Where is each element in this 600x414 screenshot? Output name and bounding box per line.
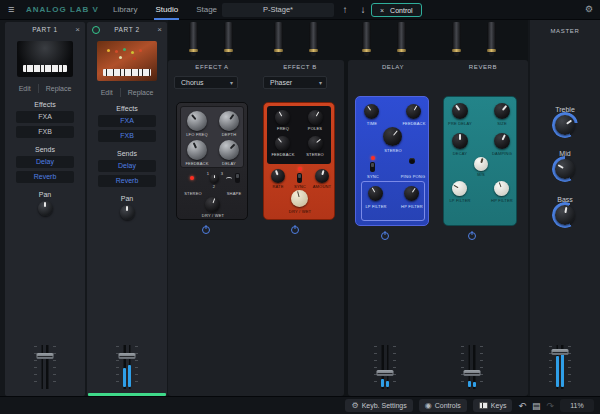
active-part-icon[interactable] (92, 26, 100, 34)
keys-button[interactable]: Keys (473, 399, 513, 412)
delay-lp-filter-knob[interactable] (368, 186, 383, 201)
tab-stage[interactable]: Stage (195, 0, 218, 20)
delay-lp-filter-label: LP FILTER (362, 204, 390, 209)
master-volume-fader[interactable] (548, 344, 572, 390)
fader-handle[interactable] (119, 353, 136, 359)
reverb-hp-filter-knob[interactable] (494, 181, 509, 196)
reverb-damping-knob[interactable] (494, 133, 510, 149)
chorus-depth-knob[interactable] (219, 111, 239, 131)
part-1-edit-link[interactable]: Edit (19, 85, 31, 92)
phaser-dry-wet-knob[interactable] (291, 190, 308, 207)
control-mode-button[interactable]: × Control (371, 3, 422, 17)
analog-lab-window: ≡ ANALOG LAB V Library Studio Stage P-St… (0, 0, 600, 414)
effect-a-power-button[interactable] (202, 226, 210, 234)
part-2-delay-send-button[interactable]: Delay (98, 160, 156, 172)
part-1-fxa-button[interactable]: FXA (16, 111, 74, 123)
phaser-sync-toggle[interactable] (297, 173, 302, 183)
undo-icon[interactable]: ↶ (518, 401, 526, 411)
part-1-fxb-button[interactable]: FXB (16, 126, 74, 138)
next-preset-button[interactable]: ↓ (356, 3, 370, 17)
part-1-volume-fader[interactable] (33, 344, 57, 390)
chorus-lfo-freq-knob[interactable] (187, 111, 207, 131)
hamburger-menu-icon[interactable]: ≡ (8, 3, 14, 15)
delay-power-button[interactable] (381, 232, 389, 240)
chorus-shape-toggle[interactable] (235, 173, 240, 183)
level-meter (123, 368, 126, 387)
controls-button[interactable]: ◉ Controls (419, 399, 467, 412)
delay-stereo-knob[interactable] (383, 127, 402, 146)
part-1-effects-label: Effects (5, 101, 85, 108)
part-1-reverb-send-button[interactable]: Reverb (16, 171, 74, 183)
part-1-close-icon[interactable]: × (68, 25, 80, 34)
phaser-feedback-dial[interactable] (275, 136, 290, 151)
part-2-close-icon[interactable]: × (150, 25, 162, 34)
part-1-pan-knob[interactable] (38, 201, 53, 216)
fader-handle[interactable] (552, 349, 569, 355)
part-2-fxa-button[interactable]: FXA (98, 115, 156, 127)
phaser-rate-knob[interactable] (271, 169, 285, 183)
reverb-power-button[interactable] (468, 232, 476, 240)
reverb-pre-delay-knob[interactable] (452, 103, 468, 119)
jack-cable (222, 22, 235, 60)
fader-handle[interactable] (377, 370, 394, 376)
delay-time-knob[interactable] (364, 104, 379, 119)
fader-ticks (374, 346, 377, 388)
delay-return-fader[interactable] (373, 344, 397, 390)
effect-a-type-dropdown[interactable]: Chorus ▾ (174, 76, 238, 89)
chorus-led (190, 176, 194, 180)
app-logo: ANALOG LAB V (26, 5, 99, 14)
reverb-lp-filter-knob[interactable] (452, 181, 467, 196)
phaser-amount-knob[interactable] (315, 169, 329, 183)
reverb-ms-knob[interactable] (474, 157, 488, 171)
keyboard-settings-label: Keyb. Settings (362, 402, 407, 409)
redo-icon[interactable]: ↷ (546, 401, 554, 411)
jack-cable (272, 22, 285, 60)
phaser-stereo-dial[interactable] (308, 136, 323, 151)
effect-b-type-dropdown[interactable]: Phaser ▾ (263, 76, 327, 89)
tab-library[interactable]: Library (112, 0, 138, 20)
fader-handle[interactable] (464, 370, 481, 376)
chevron-down-icon: ▾ (230, 79, 237, 86)
part-2-replace-link[interactable]: Replace (128, 89, 154, 96)
delay-ping-pong-button[interactable] (409, 158, 415, 164)
control-close-icon[interactable]: × (380, 7, 384, 14)
chorus-delay-knob[interactable] (219, 140, 239, 160)
part-2-edit-link[interactable]: Edit (101, 89, 113, 96)
chorus-voices-selector[interactable] (210, 174, 219, 183)
reverb-size-knob[interactable] (494, 103, 510, 119)
part-2-pan-knob[interactable] (120, 205, 135, 220)
delay-hp-filter-knob[interactable] (404, 186, 419, 201)
history-list-icon[interactable]: ▤ (532, 401, 541, 411)
chorus-dry-wet-knob[interactable] (205, 197, 220, 212)
part-1-delay-send-button[interactable]: Delay (16, 156, 74, 168)
treble-knob[interactable] (555, 115, 575, 135)
preset-selector[interactable]: P-Stage* (222, 3, 334, 17)
reverb-decay-knob[interactable] (452, 133, 468, 149)
fader-ticks (461, 346, 464, 388)
fader-handle[interactable] (37, 353, 54, 359)
part-1-replace-link[interactable]: Replace (46, 85, 72, 92)
keyboard-settings-button[interactable]: ⚙ Keyb. Settings (345, 399, 412, 412)
effect-b-power-button[interactable] (291, 226, 299, 234)
phaser-poles-dial[interactable] (308, 110, 323, 125)
part-2-instrument-image[interactable] (97, 41, 157, 81)
part-2-fxb-button[interactable]: FXB (98, 130, 156, 142)
jack-cable (307, 22, 320, 60)
delay-feedback-knob[interactable] (406, 104, 421, 119)
phaser-pedal: FREQ POLES FEEDBACK STEREO RATE SYNC AMO… (263, 102, 335, 220)
delay-filter-section: LP FILTER HP FILTER (361, 181, 425, 221)
tab-studio[interactable]: Studio (154, 0, 179, 20)
phaser-freq-dial[interactable] (275, 110, 290, 125)
previous-preset-button[interactable]: ↑ (338, 3, 352, 17)
part-1-instrument-image[interactable] (17, 41, 73, 77)
part-2-volume-fader[interactable] (115, 344, 139, 390)
settings-gear-icon[interactable]: ⚙ (585, 4, 593, 14)
part-2-reverb-send-button[interactable]: Reverb (98, 175, 156, 187)
mid-knob[interactable] (555, 159, 575, 179)
delay-sync-toggle[interactable] (370, 162, 375, 172)
bass-knob[interactable] (555, 205, 575, 225)
chorus-feedback-knob[interactable] (187, 140, 207, 160)
phaser-dial-panel: FREQ POLES FEEDBACK STEREO (267, 106, 331, 164)
fader-ticks (53, 346, 56, 388)
reverb-return-fader[interactable] (460, 344, 484, 390)
